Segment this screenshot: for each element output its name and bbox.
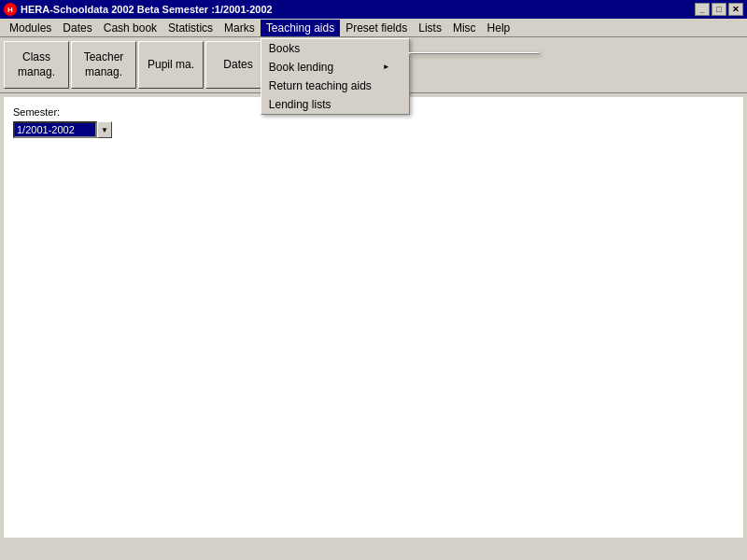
main-content: Semester: 1/2001-2002 ▼	[4, 97, 743, 538]
teaching-aids-dropdown: Books Book lending ► Return teaching aid…	[261, 38, 410, 115]
minimize-button[interactable]: _	[695, 3, 710, 16]
menu-preset-fields[interactable]: Preset fields	[340, 19, 413, 36]
menu-help[interactable]: Help	[482, 19, 516, 36]
title-bar: H HERA-Schooldata 2002 Beta Semester :1/…	[0, 0, 747, 19]
title-buttons: _ □ ✕	[695, 3, 743, 16]
submenu-arrow: ►	[383, 63, 390, 71]
close-button[interactable]: ✕	[728, 3, 743, 16]
semester-dropdown-container: 1/2001-2002 ▼	[13, 121, 734, 138]
menu-modules[interactable]: Modules	[4, 19, 57, 36]
dropdown-lending-lists[interactable]: Lending lists	[261, 95, 409, 114]
menu-bar: Modules Dates Cash book Statistics Marks…	[0, 19, 747, 37]
menu-teaching-aids[interactable]: Teaching aids	[261, 20, 340, 36]
maximize-button[interactable]: □	[712, 3, 726, 16]
menu-teaching-aids-container: Teaching aids Books Book lending ► Retur…	[261, 20, 340, 36]
menu-marks[interactable]: Marks	[218, 19, 261, 36]
menu-dates[interactable]: Dates	[57, 19, 97, 36]
menu-lists[interactable]: Lists	[413, 19, 447, 36]
pupil-ma-button[interactable]: Pupil ma.	[138, 41, 204, 89]
menu-misc[interactable]: Misc	[447, 19, 482, 36]
teacher-manag-button[interactable]: Teachermanag.	[71, 41, 136, 89]
title-bar-left: H HERA-Schooldata 2002 Beta Semester :1/…	[4, 3, 273, 16]
app-icon: H	[4, 3, 17, 16]
dropdown-books[interactable]: Books	[261, 39, 409, 58]
semester-dropdown-button[interactable]: ▼	[97, 121, 112, 138]
dropdown-book-lending[interactable]: Book lending ►	[261, 58, 409, 77]
book-lending-submenu	[409, 52, 540, 54]
class-manag-button[interactable]: Classmanag.	[4, 41, 69, 89]
dropdown-return-teaching-aids[interactable]: Return teaching aids	[261, 77, 409, 95]
menu-cashbook[interactable]: Cash book	[98, 19, 162, 36]
semester-select[interactable]: 1/2001-2002	[13, 121, 97, 138]
menu-statistics[interactable]: Statistics	[162, 19, 218, 36]
title-text: HERA-Schooldata 2002 Beta Semester :1/20…	[21, 4, 273, 15]
